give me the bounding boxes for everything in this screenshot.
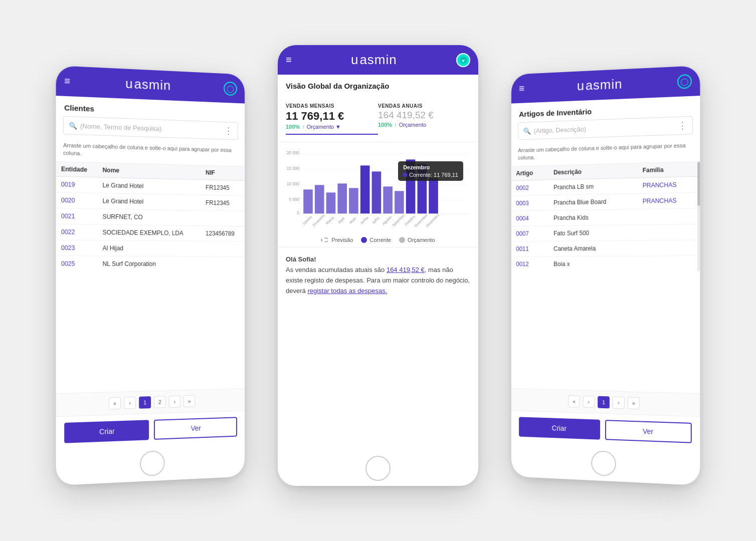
kpi-annual-label: VENDAS ANUAIS — [378, 103, 470, 109]
table-row: 0023 Al Hijad — [56, 240, 245, 256]
left-search-placeholder: (Nome, Termo de Pesquisa) — [80, 122, 161, 132]
kpi-monthly-pct: 100% — [286, 124, 300, 130]
left-search-options-icon[interactable]: ⋮ — [224, 125, 233, 136]
left-home-button[interactable] — [140, 450, 165, 476]
right-page-last[interactable]: » — [628, 397, 640, 409]
cell-nif — [201, 210, 245, 226]
col-nome: Nome — [97, 163, 201, 180]
cell-artigo[interactable]: 0003 — [511, 195, 549, 211]
right-page-prev[interactable]: ‹ — [583, 396, 595, 408]
right-page-1[interactable]: 1 — [598, 396, 610, 409]
left-page-last[interactable]: » — [183, 395, 195, 407]
right-table-wrapper: Artigo Descrição Família 0002 Prancha LB… — [511, 162, 700, 272]
cell-artigo[interactable]: 0007 — [511, 226, 549, 241]
svg-rect-11 — [303, 189, 313, 213]
message-area: Olá Sofia! As vendas acumuladas atuais s… — [278, 247, 478, 303]
right-page-first[interactable]: « — [568, 395, 580, 408]
kpi-annual-dropdown[interactable]: Orçamento — [399, 122, 426, 128]
svg-rect-16 — [360, 165, 370, 213]
left-create-button[interactable]: Criar — [64, 420, 149, 443]
svg-text:Julho: Julho — [371, 216, 381, 225]
cell-entidade[interactable]: 0021 — [56, 208, 98, 224]
kpi-annual-pct: 100% — [378, 122, 392, 128]
left-clients-table: Entidade Nome NIF 0019 Le Grand Hotel FR… — [56, 162, 245, 272]
cell-artigo[interactable]: 0012 — [511, 256, 549, 272]
cell-artigo[interactable]: 0002 — [511, 180, 549, 196]
svg-rect-14 — [337, 183, 347, 213]
kpi-grid: VENDAS MENSAIS 11 769,11 € 100% ↑ Orçame… — [286, 101, 470, 132]
legend-previsao: Previsão — [321, 237, 353, 243]
right-search-placeholder: (Artigo, Descrição) — [534, 125, 586, 134]
cell-nif — [201, 256, 245, 272]
cell-nome: Al Hijad — [97, 240, 201, 256]
bar-chart: 20 000 15 000 10 000 5 000 0 — [285, 147, 471, 230]
svg-text:Abril: Abril — [337, 216, 346, 224]
svg-text:15 000: 15 000 — [287, 166, 300, 171]
center-menu-icon[interactable]: ≡ — [286, 54, 292, 66]
right-home-button[interactable] — [591, 450, 616, 476]
table-row: 0007 Fato Surf 500 — [511, 224, 700, 241]
cell-familia: PRANCHAS — [638, 176, 700, 193]
cell-entidade[interactable]: 0023 — [56, 240, 98, 256]
svg-text:10 000: 10 000 — [287, 182, 300, 186]
left-page-next[interactable]: › — [169, 395, 181, 408]
center-profile-icon[interactable] — [456, 53, 470, 67]
left-profile-icon[interactable]: ◯ — [224, 81, 237, 96]
cell-entidade[interactable]: 0019 — [56, 176, 98, 193]
svg-text:Maio: Maio — [348, 216, 357, 224]
kpi-monthly-dropdown[interactable]: Orçamento ▼ — [307, 124, 341, 130]
cell-nif: FR12345 — [201, 179, 245, 195]
right-create-button[interactable]: Criar — [519, 417, 600, 439]
right-profile-icon[interactable]: ◯ — [677, 74, 692, 89]
left-logo: uasmin — [125, 76, 171, 94]
left-page-prev[interactable]: ‹ — [124, 397, 136, 409]
cell-artigo[interactable]: 0011 — [511, 241, 549, 256]
svg-rect-17 — [372, 171, 382, 213]
right-menu-icon[interactable]: ≡ — [519, 83, 524, 94]
cell-nif: 123456789 — [201, 225, 245, 241]
table-row: 0021 SURFNET, CO — [56, 208, 245, 226]
left-view-button[interactable]: Ver — [154, 417, 237, 440]
legend-previsao-icon — [321, 237, 329, 242]
right-search-icon: 🔍 — [523, 127, 531, 135]
kpi-monthly-value: 11 769,11 € — [286, 110, 378, 123]
scene: ≡ uasmin ◯ Clientes 🔍 (Nome, Termo de Pe… — [27, 30, 729, 511]
right-search-options-icon[interactable]: ⋮ — [678, 120, 687, 131]
right-logo-char: u — [577, 78, 585, 94]
right-page-next[interactable]: › — [613, 397, 625, 409]
center-page-content: Visão Global da Organização VENDAS MENSA… — [278, 75, 478, 451]
cell-entidade[interactable]: 0022 — [56, 224, 98, 240]
svg-text:5 000: 5 000 — [289, 197, 299, 202]
message-amount[interactable]: 164 419,52 € — [387, 266, 425, 274]
cell-entidade[interactable]: 0025 — [56, 255, 98, 271]
left-page-first[interactable]: « — [109, 397, 121, 410]
right-page-content: Artigos de Inventário 🔍 (Artigo, Descriç… — [511, 96, 700, 393]
table-row: 0004 Prancha Kids — [511, 208, 700, 226]
message-greeting: Olá Sofia! — [286, 255, 316, 263]
left-page-2[interactable]: 2 — [154, 396, 166, 408]
right-scrollbar-track — [697, 162, 700, 272]
cell-descricao: Caneta Amarela — [549, 240, 638, 256]
cell-nome: NL Surf Corporation — [97, 256, 201, 272]
chart-area: 20 000 15 000 10 000 5 000 0 — [278, 142, 478, 235]
left-page-1[interactable]: 1 — [139, 396, 151, 409]
left-logo-char: u — [125, 76, 133, 92]
svg-text:Março: Março — [325, 215, 335, 226]
left-menu-icon[interactable]: ≡ — [64, 75, 70, 87]
table-row: 0011 Caneta Amarela — [511, 240, 700, 256]
cell-entidade[interactable]: 0020 — [56, 192, 98, 209]
left-footer-buttons: Criar Ver — [56, 410, 245, 450]
svg-text:0: 0 — [297, 211, 299, 215]
cell-nome: SOCIEDADE EXEMPLO, LDA — [97, 224, 201, 241]
center-home-button[interactable] — [365, 456, 391, 481]
left-page-content: Clientes 🔍 (Nome, Termo de Pesquisa) ⋮ A… — [56, 96, 245, 393]
message-link[interactable]: registar todas as despesas. — [307, 287, 387, 295]
svg-text:Junho: Junho — [359, 215, 369, 225]
right-view-button[interactable]: Ver — [605, 420, 692, 443]
cell-nif: FR12345 — [201, 195, 245, 211]
cell-artigo[interactable]: 0004 — [511, 210, 549, 226]
svg-rect-13 — [326, 192, 336, 213]
left-phone: ≡ uasmin ◯ Clientes 🔍 (Nome, Termo de Pe… — [56, 66, 245, 485]
legend-previsao-label: Previsão — [331, 237, 353, 243]
svg-rect-19 — [395, 191, 404, 213]
